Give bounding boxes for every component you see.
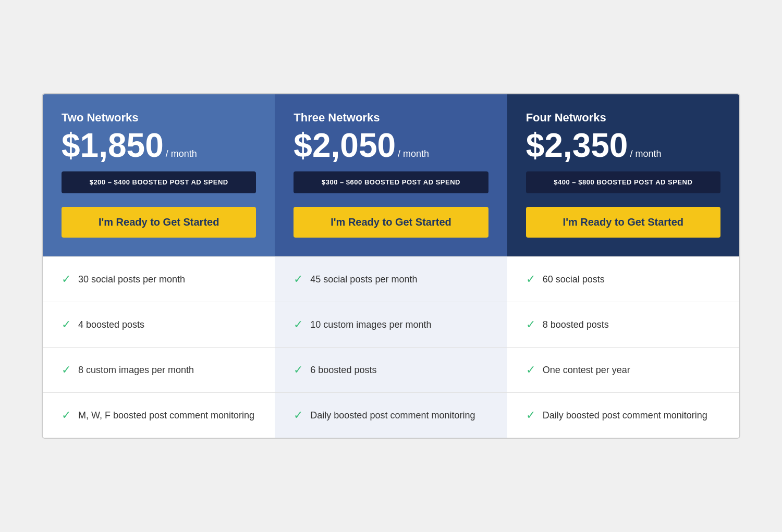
ad-spend-badge-2: $300 – $600 BOOSTED POST AD SPEND	[294, 171, 488, 193]
pricing-header: Two Networks $1,850 / month $200 – $400 …	[43, 94, 739, 256]
check-icon: ✓	[294, 273, 303, 286]
plan-price-row-3: $2,350 / month	[526, 129, 720, 162]
plan-per-3: / month	[630, 149, 661, 159]
plan-price-row-2: $2,050 / month	[294, 129, 488, 162]
feature-cell-r1-c2: ✓ 45 social posts per month	[275, 256, 507, 302]
plan-price-1: $1,850	[62, 129, 164, 162]
feature-text: 45 social posts per month	[310, 274, 417, 285]
plan-header-2: Three Networks $2,050 / month $300 – $60…	[275, 94, 507, 256]
feature-text: Daily boosted post comment monitoring	[543, 410, 707, 421]
feature-cell-r4-c2: ✓ Daily boosted post comment monitoring	[275, 392, 507, 438]
plan-header-3: Four Networks $2,350 / month $400 – $800…	[507, 94, 739, 256]
plan-price-2: $2,050	[294, 129, 396, 162]
check-icon: ✓	[62, 318, 71, 331]
feature-cell-r3-c3: ✓ One contest per year	[507, 347, 739, 392]
check-icon: ✓	[62, 409, 71, 422]
feature-text: 8 boosted posts	[543, 319, 609, 330]
check-icon: ✓	[62, 273, 71, 286]
cta-button-3[interactable]: I'm Ready to Get Started	[526, 207, 720, 238]
check-icon: ✓	[526, 273, 535, 286]
ad-spend-badge-1: $200 – $400 BOOSTED POST AD SPEND	[62, 171, 256, 193]
feature-text: 30 social posts per month	[78, 274, 185, 285]
feature-text: Daily boosted post comment monitoring	[310, 410, 475, 421]
feature-text: 6 boosted posts	[310, 365, 376, 376]
features-table: ✓ 30 social posts per month ✓ 45 social …	[43, 256, 739, 438]
plan-name-2: Three Networks	[294, 111, 488, 125]
check-icon: ✓	[526, 318, 535, 331]
ad-spend-badge-3: $400 – $800 BOOSTED POST AD SPEND	[526, 171, 720, 193]
check-icon: ✓	[294, 318, 303, 331]
feature-cell-r4-c3: ✓ Daily boosted post comment monitoring	[507, 392, 739, 438]
check-icon: ✓	[294, 409, 303, 422]
feature-text: 10 custom images per month	[310, 319, 431, 330]
cta-button-2[interactable]: I'm Ready to Get Started	[294, 207, 488, 238]
feature-cell-r2-c3: ✓ 8 boosted posts	[507, 302, 739, 347]
plan-per-2: / month	[398, 149, 429, 159]
plan-name-1: Two Networks	[62, 111, 256, 125]
plan-per-1: / month	[166, 149, 197, 159]
feature-cell-r1-c3: ✓ 60 social posts	[507, 256, 739, 302]
plan-price-3: $2,350	[526, 129, 628, 162]
check-icon: ✓	[526, 409, 535, 422]
pricing-card: Two Networks $1,850 / month $200 – $400 …	[42, 93, 740, 439]
feature-cell-r3-c1: ✓ 8 custom images per month	[43, 347, 275, 392]
check-icon: ✓	[294, 363, 303, 377]
feature-text: 60 social posts	[543, 274, 605, 285]
feature-cell-r3-c2: ✓ 6 boosted posts	[275, 347, 507, 392]
cta-button-1[interactable]: I'm Ready to Get Started	[62, 207, 256, 238]
feature-text: 4 boosted posts	[78, 319, 144, 330]
feature-text: M, W, F boosted post comment monitoring	[78, 410, 254, 421]
feature-cell-r2-c1: ✓ 4 boosted posts	[43, 302, 275, 347]
plan-price-row-1: $1,850 / month	[62, 129, 256, 162]
check-icon: ✓	[62, 363, 71, 377]
feature-text: One contest per year	[543, 365, 630, 376]
plan-name-3: Four Networks	[526, 111, 720, 125]
check-icon: ✓	[526, 363, 535, 377]
feature-cell-r2-c2: ✓ 10 custom images per month	[275, 302, 507, 347]
feature-cell-r4-c1: ✓ M, W, F boosted post comment monitorin…	[43, 392, 275, 438]
plan-header-1: Two Networks $1,850 / month $200 – $400 …	[43, 94, 275, 256]
feature-text: 8 custom images per month	[78, 365, 194, 376]
feature-cell-r1-c1: ✓ 30 social posts per month	[43, 256, 275, 302]
